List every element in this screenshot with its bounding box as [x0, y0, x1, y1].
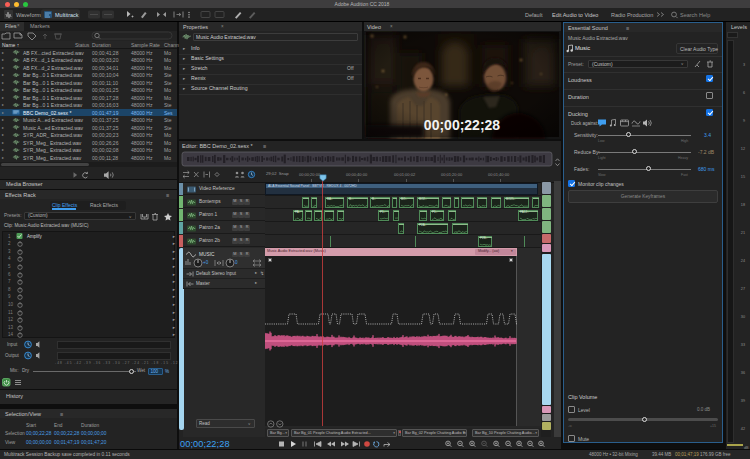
svg-text:00;00;22;28: 00;00;22;28 [424, 117, 500, 133]
